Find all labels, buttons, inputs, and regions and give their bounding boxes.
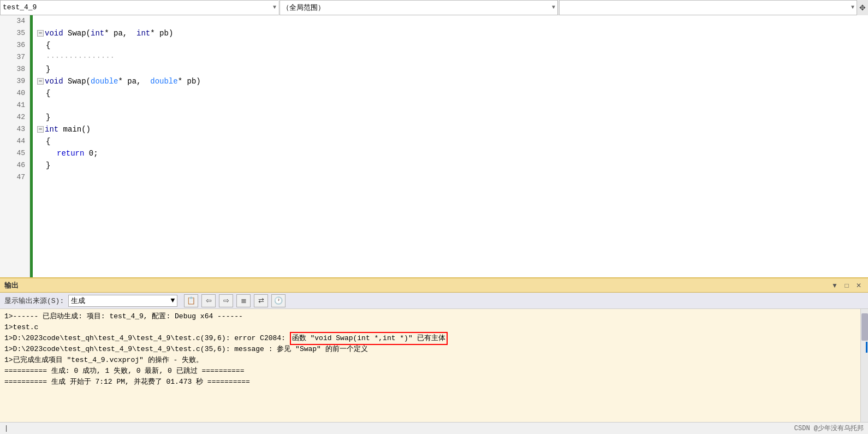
code-line-37: ··············· xyxy=(37,51,868,63)
kw-void-35: void xyxy=(45,27,68,39)
code-line-42: } xyxy=(37,111,868,123)
file-dropdown-arrow: ▼ xyxy=(273,4,276,10)
code-line-46: } xyxy=(37,159,868,171)
output-line-3-prefix: 1>D:\2023code\test_qh\test_4_9\test_4_9\… xyxy=(4,333,290,344)
ln-41: 41 xyxy=(0,99,29,111)
output-line-4: 1>D:\2023code\test_qh\test_4_9\test_4_9\… xyxy=(4,344,856,355)
func-name-swap-39: Swap( xyxy=(68,75,91,87)
star-pb-39: * pb) xyxy=(178,75,201,87)
output-close-btn[interactable]: ✕ xyxy=(854,281,864,290)
ln-43: 43 xyxy=(0,123,29,135)
kw-return-45: return xyxy=(57,147,89,159)
type-double-39b: double xyxy=(150,75,177,87)
brace-close-38: } xyxy=(46,63,50,75)
code-lines[interactable]: − void Swap( int * pa, int * pb) { ·····… xyxy=(33,15,868,277)
return-val-45: 0; xyxy=(89,147,98,159)
output-line-6: ========== 生成: 0 成功, 1 失败, 0 最新, 0 已跳过 =… xyxy=(4,366,856,377)
output-title: 输出 xyxy=(4,281,19,290)
line-numbers: 34 35 36 37 38 39 40 41 42 43 44 45 46 4… xyxy=(0,15,30,277)
code-line-41 xyxy=(37,99,868,111)
output-btn-5[interactable]: ⇄ xyxy=(254,294,268,307)
code-line-40: { xyxy=(37,87,868,99)
code-line-45: return 0; xyxy=(37,147,868,159)
output-hide-btn[interactable]: ▼ xyxy=(830,281,840,290)
func-name-swap-35: Swap( xyxy=(68,27,91,39)
scope-label: （全局范围） xyxy=(282,3,325,13)
source-dropdown[interactable]: 生成 ▼ xyxy=(68,295,177,307)
code-line-43: − int main() xyxy=(37,123,868,135)
source-label: 显示输出来源(S): xyxy=(4,296,64,306)
kw-int-43: int xyxy=(45,123,63,135)
kw-int2-35: int xyxy=(136,27,150,39)
collapse-btn-39[interactable]: − xyxy=(37,78,44,85)
file-name-label: test_4_9 xyxy=(3,3,37,11)
code-line-38: } xyxy=(37,63,868,75)
output-line-7: ========== 生成 开始于 7:12 PM, 并花费了 01.473 秒… xyxy=(4,377,856,388)
code-line-35: − void Swap( int * pa, int * pb) xyxy=(37,27,868,39)
ln-47: 47 xyxy=(0,171,29,183)
brace-open-40: { xyxy=(46,87,50,99)
output-btn-2[interactable]: ⇦ xyxy=(201,294,216,307)
scope-dropdown[interactable]: （全局范围） ▼ xyxy=(280,0,558,15)
scrollbar-thumb xyxy=(861,313,868,341)
status-left: | xyxy=(4,425,8,432)
brace-close-42: } xyxy=(46,111,50,123)
scope-dropdown-arrow: ▼ xyxy=(552,4,555,10)
code-line-47 xyxy=(37,171,868,183)
star-pa-39: * pa, xyxy=(118,75,150,87)
output-float-btn[interactable]: □ xyxy=(842,281,852,290)
ln-42: 42 xyxy=(0,111,29,123)
ln-38: 38 xyxy=(0,63,29,75)
output-line-2: 1>test.c xyxy=(4,322,856,333)
code-line-36: { xyxy=(37,39,868,51)
output-header: 输出 ▼ □ ✕ xyxy=(0,278,868,293)
ln-39: 39 xyxy=(0,75,29,87)
ln-37: 37 xyxy=(0,51,29,63)
star-pb-35: * pb) xyxy=(150,27,173,39)
code-container: 34 35 36 37 38 39 40 41 42 43 44 45 46 4… xyxy=(0,15,868,277)
output-content-area: 1>------ 已启动生成: 项目: test_4_9, 配置: Debug … xyxy=(0,309,868,422)
output-panel: 输出 ▼ □ ✕ 显示输出来源(S): 生成 ▼ 📋 ⇦ ⇨ ≣ ⇄ 🕐 1>-… xyxy=(0,277,868,422)
output-btn-3[interactable]: ⇨ xyxy=(219,294,233,307)
code-line-44: { xyxy=(37,135,868,147)
dots-37: ··············· xyxy=(46,51,115,63)
ln-35: 35 xyxy=(0,27,29,39)
kw-int-35: int xyxy=(91,27,104,39)
output-btn-6[interactable]: 🕐 xyxy=(271,294,286,307)
collapse-btn-35[interactable]: − xyxy=(37,30,44,37)
output-btn-4[interactable]: ≣ xyxy=(236,294,251,307)
third-dropdown-arrow: ▼ xyxy=(851,4,854,10)
scrollbar-blue-marker xyxy=(866,342,867,353)
output-line-5: 1>已完成生成项目 "test_4_9.vcxproj" 的操作 - 失败。 xyxy=(4,355,856,366)
output-text[interactable]: 1>------ 已启动生成: 项目: test_4_9, 配置: Debug … xyxy=(0,309,860,422)
error-highlight: 函数 "void Swap(int *,int *)" 已有主体 xyxy=(290,332,448,345)
output-scrollbar[interactable] xyxy=(860,309,868,422)
output-line-1: 1>------ 已启动生成: 项目: test_4_9, 配置: Debug … xyxy=(4,311,856,322)
cursor-indicator: | xyxy=(4,425,8,432)
file-dropdown[interactable]: test_4_9 ▼ xyxy=(0,0,278,15)
ln-46: 46 xyxy=(0,159,29,171)
status-bar: | CSDN @少年没有乌托邦 xyxy=(0,422,868,434)
star-pa-35: * pa, xyxy=(104,27,136,39)
source-value: 生成 xyxy=(71,296,85,306)
output-line-3: 1>D:\2023code\test_qh\test_4_9\test_4_9\… xyxy=(4,333,856,344)
ln-34: 34 xyxy=(0,15,29,27)
ln-36: 36 xyxy=(0,39,29,51)
ln-40: 40 xyxy=(0,87,29,99)
output-btn-1[interactable]: 📋 xyxy=(184,294,198,307)
kw-void-39: void xyxy=(45,75,68,87)
ln-45: 45 xyxy=(0,147,29,159)
code-line-39: − void Swap( double * pa, double * pb) xyxy=(37,75,868,87)
top-toolbar: test_4_9 ▼ （全局范围） ▼ ▼ ✥ xyxy=(0,0,868,15)
editor-area: 34 35 36 37 38 39 40 41 42 43 44 45 46 4… xyxy=(0,15,868,277)
collapse-btn-43[interactable]: − xyxy=(37,126,44,133)
csdn-text: CSDN @少年没有乌托邦 xyxy=(794,425,864,432)
status-right: CSDN @少年没有乌托邦 xyxy=(794,424,864,433)
ln-44: 44 xyxy=(0,135,29,147)
source-dropdown-arrow: ▼ xyxy=(170,296,175,305)
code-line-34 xyxy=(37,15,868,27)
third-dropdown[interactable]: ▼ xyxy=(559,0,857,15)
expand-icon-btn[interactable]: ✥ xyxy=(857,0,868,15)
output-toolbar: 显示输出来源(S): 生成 ▼ 📋 ⇦ ⇨ ≣ ⇄ 🕐 xyxy=(0,293,868,309)
brace-open-44: { xyxy=(46,135,50,147)
